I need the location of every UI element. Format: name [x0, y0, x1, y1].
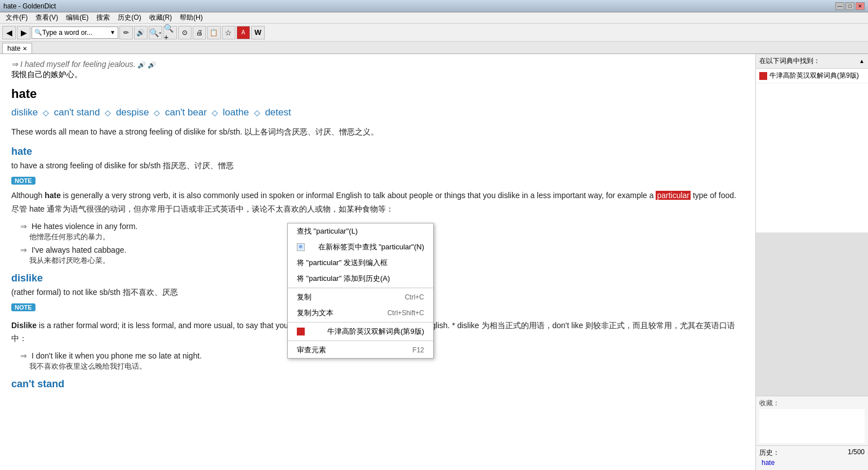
note-badge-dislike: NOTE: [11, 303, 35, 311]
menu-view[interactable]: 查看(V): [32, 12, 61, 24]
search-box[interactable]: 🔍 ▼: [32, 26, 118, 39]
history-item-hate[interactable]: hate: [759, 458, 865, 468]
menu-file[interactable]: 文件(F): [2, 12, 31, 24]
bold-dislike: Dislike: [11, 321, 37, 330]
collect-content: [759, 409, 865, 443]
syn-cant-stand[interactable]: can't stand: [54, 107, 100, 118]
tab-hate[interactable]: hate ✕: [2, 43, 32, 53]
ctx-find-new-tab[interactable]: ⊕ 在新标签页中查找 "particular"(N): [288, 239, 433, 255]
audio-button[interactable]: 🔊: [134, 26, 148, 39]
diamond-1: ◇: [43, 108, 49, 117]
right-panel-header: 在以下词典中找到： ▲: [756, 54, 868, 69]
history-count: 1/500: [848, 448, 865, 458]
ctx-sep-2: [288, 322, 433, 323]
synonyms-line: dislike ◇ can't stand ◇ despise ◇ can't …: [11, 105, 744, 120]
right-panel-top-label: 在以下词典中找到：: [759, 56, 820, 66]
menu-history[interactable]: 历史(O): [114, 12, 144, 24]
section-def-hate: to have a strong feeling of dislike for …: [11, 161, 744, 171]
intro-text: These words all mean to have a strong fe…: [11, 126, 744, 139]
dict-item-icon: [759, 72, 767, 80]
zoom-in-button[interactable]: 🔍+: [163, 26, 177, 39]
ctx-find-label: 查找 "particular"(L): [297, 226, 358, 236]
ctx-add-history[interactable]: 将 "particular" 添加到历史(A): [288, 271, 433, 287]
example-3-zh: 我不喜欢你夜里这么晚给我打电话。: [29, 361, 744, 371]
tab-close-button[interactable]: ✕: [23, 46, 27, 52]
search-icon: 🔍: [34, 29, 42, 36]
ctx-history-label: 将 "particular" 添加到历史(A): [297, 274, 390, 284]
favorite-button[interactable]: ☆: [222, 26, 235, 39]
syn-despise[interactable]: despise: [116, 107, 149, 118]
ctx-copy-text[interactable]: 复制为文本 Ctrl+Shift+C: [288, 305, 433, 321]
context-menu: 查找 "particular"(L) ⊕ 在新标签页中查找 "particula…: [287, 223, 434, 359]
menu-help[interactable]: 帮助(H): [176, 12, 206, 24]
ctx-copy-text-shortcut: Ctrl+Shift+C: [388, 309, 424, 317]
main-word-title: hate: [11, 87, 744, 101]
ctx-find[interactable]: 查找 "particular"(L): [288, 223, 433, 239]
dict-item-label: 牛津高阶英汉双解词典(第9版): [769, 71, 859, 80]
syn-detest[interactable]: detest: [265, 107, 291, 118]
collect-label: 收藏：: [759, 399, 865, 408]
top-translation: 我恨自己的嫉妒心。: [11, 70, 744, 80]
diamond-5: ◇: [254, 108, 260, 117]
syn-loathe[interactable]: loathe: [223, 107, 249, 118]
right-panel: 在以下词典中找到： ▲ 牛津高阶英汉双解词典(第9版) 收藏： 历史： 1/50…: [755, 54, 868, 470]
section-word-hate: hate: [11, 146, 744, 158]
window-title: hate - GoldenDict: [3, 2, 56, 10]
top-partial-sentence: ⇒ I hated myself for feeling jealous. 🔊 …: [11, 60, 744, 69]
main-layout: ⇒ I hated myself for feeling jealous. 🔊 …: [0, 54, 868, 470]
zoom-out-button[interactable]: 🔍-: [149, 26, 162, 39]
copy-button[interactable]: 📋: [207, 26, 221, 39]
dict-list-item[interactable]: 牛津高阶英汉双解词典(第9版): [756, 69, 868, 83]
dict-icon-button[interactable]: A: [237, 26, 250, 39]
syn-dislike[interactable]: dislike: [11, 107, 38, 118]
ctx-copy[interactable]: 复制 Ctrl+C: [288, 289, 433, 305]
menu-favorites[interactable]: 收藏(R): [146, 12, 176, 24]
maximize-button[interactable]: □: [845, 2, 854, 10]
title-bar: hate - GoldenDict — □ ✕: [0, 0, 868, 12]
back-button[interactable]: ◀: [2, 26, 16, 39]
ctx-new-tab-icon: ⊕: [297, 243, 305, 251]
menu-search[interactable]: 搜索: [93, 12, 113, 24]
bold-hate: hate: [44, 191, 61, 200]
window-controls[interactable]: — □ ✕: [835, 2, 865, 10]
ctx-dict[interactable]: 牛津高阶英汉双解词典(第9版): [288, 324, 433, 339]
print-button[interactable]: 🖨: [193, 26, 206, 39]
ctx-find-new-tab-label: 在新标签页中查找 "particular"(N): [318, 242, 424, 252]
history-section: 历史： 1/500 hate: [756, 446, 868, 470]
collect-section: 收藏：: [756, 396, 868, 446]
ctx-send-to-search[interactable]: 将 "particular" 发送到编入框: [288, 255, 433, 271]
ctx-send-label: 将 "particular" 发送到编入框: [297, 258, 388, 268]
diamond-2: ◇: [105, 108, 111, 117]
note-badge-hate: NOTE: [11, 177, 35, 185]
minimize-button[interactable]: —: [835, 2, 844, 10]
zoom-reset-button[interactable]: ⊙: [178, 26, 192, 39]
ctx-inspect-shortcut: F12: [412, 346, 424, 354]
forward-button[interactable]: ▶: [17, 26, 30, 39]
right-panel-collapse-icon[interactable]: ▲: [859, 58, 865, 64]
wikipedia-button[interactable]: W: [251, 26, 265, 39]
menu-edit[interactable]: 编辑(E): [63, 12, 92, 24]
dict-list: 牛津高阶英汉双解词典(第9版): [756, 69, 868, 232]
ctx-copy-shortcut: Ctrl+C: [405, 293, 424, 301]
history-label-text: 历史：: [759, 448, 780, 458]
selected-particular: particular: [656, 191, 691, 200]
search-input[interactable]: [42, 29, 110, 37]
menu-bar: 文件(F) 查看(V) 编辑(E) 搜索 历史(O) 收藏(R) 帮助(H): [0, 12, 868, 24]
right-panel-bottom: 收藏： 历史： 1/500 hate: [756, 396, 868, 470]
syn-cant-bear[interactable]: can't bear: [165, 107, 207, 118]
ctx-inspect[interactable]: 审查元素 F12: [288, 342, 433, 358]
content-area: ⇒ I hated myself for feeling jealous. 🔊 …: [0, 54, 755, 470]
ctx-sep-1: [288, 288, 433, 288]
note-text-hate: Although hate is generally a very strong…: [11, 189, 744, 216]
history-header: 历史： 1/500: [759, 448, 865, 458]
edit-button[interactable]: ✏: [119, 26, 133, 39]
dropdown-icon[interactable]: ▼: [110, 29, 115, 35]
ctx-sep-3: [288, 341, 433, 341]
close-button[interactable]: ✕: [856, 2, 865, 10]
ctx-dict-label: 牛津高阶英汉双解词典(第9版): [327, 326, 424, 337]
ctx-dict-icon: [297, 328, 305, 335]
diamond-4: ◇: [212, 108, 218, 117]
toolbar: ◀ ▶ 🔍 ▼ ✏ 🔊 🔍- 🔍+ ⊙ 🖨 📋 ☆ A W: [0, 24, 868, 42]
tab-label: hate: [7, 44, 20, 52]
ctx-inspect-label: 审查元素: [297, 345, 326, 355]
